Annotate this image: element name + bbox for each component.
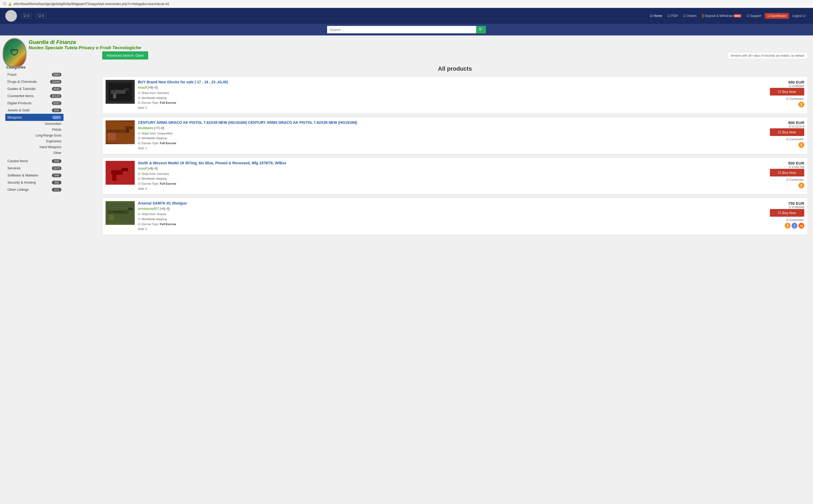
product-image-2 bbox=[106, 120, 135, 144]
currencies-label-1: ☑ Currencies: bbox=[770, 97, 804, 101]
svg-rect-8 bbox=[108, 133, 116, 140]
cat-carded-label: Carded Items bbox=[7, 159, 28, 163]
product-card-2: CENTURY ARMS DRACO AK PISTOL 7.62X39 NEW… bbox=[102, 117, 808, 154]
svg-rect-13 bbox=[121, 168, 128, 171]
crypto-icons-4: ₿ Ξ ɱ bbox=[770, 223, 804, 229]
vendor-notice: Vendors with 30+ days of inactivity are … bbox=[728, 52, 808, 59]
btc-icon-4: ₿ bbox=[785, 223, 791, 229]
product-image-1 bbox=[106, 80, 135, 104]
cat-software-count: 948 bbox=[52, 174, 61, 177]
cat-carded[interactable]: Carded Items 949 bbox=[5, 157, 64, 165]
buy-button-2[interactable]: ☑ Buy Now bbox=[770, 128, 804, 136]
product-price-1: 450 EUR ☑ 0.055587 ☑ Buy Now ☑ Currencie… bbox=[770, 80, 804, 107]
buy-button-4[interactable]: ☑ Buy Now bbox=[770, 209, 804, 217]
nav-logout[interactable]: Logout ☑ bbox=[790, 13, 808, 19]
svg-rect-3 bbox=[113, 94, 116, 98]
product-title-4[interactable]: Arsenal SAM7K-01 Shotgun bbox=[138, 201, 767, 205]
cat-digital-label: Digital Products bbox=[7, 101, 31, 105]
cat-weapons-count: 5247 bbox=[52, 116, 61, 119]
crypto-icons-1: ₿ bbox=[770, 102, 804, 107]
price-btc-2: ☑ 0.111174 bbox=[770, 125, 804, 128]
secure-icon: 🔒 bbox=[8, 2, 12, 6]
currencies-label-4: ☑ Currencies: bbox=[770, 218, 804, 222]
shield-emblem: 🛡 bbox=[10, 48, 19, 58]
orders-icon: ☑ bbox=[683, 14, 686, 18]
price-eur-3: 500 EUR bbox=[770, 161, 804, 165]
cat-jewels-count: 659 bbox=[52, 108, 61, 112]
subcat-pistols[interactable]: Pistols bbox=[5, 127, 64, 133]
cat-fraud-count: 8884 bbox=[52, 73, 61, 76]
svg-point-15 bbox=[117, 171, 119, 174]
subcat-explosives[interactable]: Explosives bbox=[5, 138, 64, 144]
cat-weapons[interactable]: Weapons 5247 bbox=[5, 114, 64, 121]
search-wrap: 🔍 bbox=[327, 26, 486, 33]
cat-security[interactable]: Security & Hosting 365 bbox=[5, 179, 64, 186]
cat-fraud-label: Fraud bbox=[7, 72, 16, 76]
nav-support[interactable]: ☑ Support bbox=[744, 13, 764, 19]
cat-digital-count: 6322 bbox=[52, 101, 61, 105]
cat-security-label: Security & Hosting bbox=[7, 180, 36, 184]
cat-drugs-label: Drugs & Chemicals bbox=[7, 80, 37, 84]
currencies-label-3: ☑ Currencies: bbox=[770, 178, 804, 181]
product-info-3: Smith & Wesson Model 19 357mg, 6in Blue,… bbox=[138, 161, 767, 191]
cat-jewels[interactable]: Jewels & Gold 659 bbox=[5, 107, 64, 114]
crypto-icons-3: ₿ bbox=[770, 183, 804, 188]
svg-point-4 bbox=[113, 90, 115, 92]
cat-guides[interactable]: Guides & Tutorials 4642 bbox=[5, 85, 64, 92]
btc-icon-1: ₿ bbox=[798, 102, 804, 107]
svg-rect-9 bbox=[127, 129, 129, 133]
product-info-2: CENTURY ARMS DRACO AK PISTOL 7.62X39 NEW… bbox=[138, 120, 767, 151]
svg-rect-2 bbox=[124, 88, 129, 90]
cat-services[interactable]: Services 1673 bbox=[5, 165, 64, 172]
subcat-ammunition[interactable]: Ammunition bbox=[5, 121, 64, 127]
subcat-longrange[interactable]: Long-Range Guns bbox=[5, 133, 64, 138]
product-meta-2: ☑Ships from: Unspecified ☑Worldwide ship… bbox=[138, 131, 767, 151]
subcat-hand-weapons[interactable]: Hand Weapons bbox=[5, 144, 64, 150]
search-input[interactable] bbox=[327, 26, 476, 33]
cart-counter-2[interactable]: ☑ 0 bbox=[36, 13, 47, 19]
nav-dashboard[interactable]: ☑ Dashboard bbox=[765, 13, 789, 19]
buy-button-1[interactable]: ☑ Buy Now bbox=[770, 88, 804, 96]
price-btc-4: ☑ 0.092645 bbox=[770, 206, 804, 209]
product-info-4: Arsenal SAM7K-01 Shotgun armshouse007 [+… bbox=[138, 201, 767, 231]
cat-software[interactable]: Software & Malware 948 bbox=[5, 172, 64, 179]
cat-counterfeit[interactable]: Counterfeit Items 39128 bbox=[5, 92, 64, 99]
btc-icon-3: ₿ bbox=[798, 183, 804, 188]
cat-other-listings-label: Other Listings bbox=[7, 188, 29, 192]
pgp-icon: ☑ bbox=[667, 14, 670, 18]
cat-fraud[interactable]: Fraud 8884 bbox=[5, 71, 64, 78]
cat-guides-label: Guides & Tutorials bbox=[7, 87, 35, 91]
logout-icon: ☑ bbox=[803, 14, 806, 18]
home-icon: ☑ bbox=[650, 14, 653, 18]
nav-orders[interactable]: ☑ Orders bbox=[681, 13, 699, 19]
product-title-2[interactable]: CENTURY ARMS DRACO AK PISTOL 7.62X39 NEW… bbox=[138, 120, 767, 125]
subcat-other[interactable]: Other bbox=[5, 150, 64, 156]
svg-rect-19 bbox=[109, 214, 114, 220]
svg-rect-21 bbox=[114, 211, 124, 212]
product-price-3: 500 EUR ☑ 0.061764 ☑ Buy Now ☑ Currencie… bbox=[770, 161, 804, 188]
cart-icon-2: ☑ bbox=[38, 14, 41, 18]
product-seller-1: mrpuff [+8|−0] bbox=[138, 86, 767, 89]
cat-weapons-label: Weapons bbox=[7, 115, 22, 119]
main-wrap: 🛡 Guardia di Finanza Nucleo Speciale Tut… bbox=[0, 35, 813, 241]
cat-other-listings[interactable]: Other Listings 673 bbox=[5, 186, 64, 193]
svg-rect-18 bbox=[128, 208, 133, 210]
new-badge: NEW bbox=[734, 14, 741, 17]
nav-home[interactable]: ☑ Home bbox=[648, 13, 664, 19]
product-seller-4: armshouse007 [+0|−0] bbox=[138, 207, 767, 211]
cat-services-label: Services bbox=[7, 166, 21, 170]
info-icon: ⓘ bbox=[3, 2, 6, 6]
cart-counter-1[interactable]: ☑ 0 bbox=[21, 13, 32, 19]
svg-rect-14 bbox=[112, 175, 116, 181]
product-title-1[interactable]: BUY Brand New Glocks for sale ( 17 , 19 … bbox=[138, 80, 767, 84]
product-meta-3: ☑Ships from: Germany ☑Worldwide shipping… bbox=[138, 171, 767, 191]
cat-drugs[interactable]: Drugs & Chemicals 32698 bbox=[5, 78, 64, 85]
nav-pgp[interactable]: ☑ PGP bbox=[665, 13, 680, 19]
cat-digital[interactable]: Digital Products 6322 bbox=[5, 99, 64, 107]
nav-deposit[interactable]: ₿ Deposit & Withdraw NEW bbox=[700, 12, 743, 19]
buy-button-3[interactable]: ☑ Buy Now bbox=[770, 169, 804, 176]
product-title-3[interactable]: Smith & Wesson Model 19 357mg, 6in Blue,… bbox=[138, 161, 767, 165]
cat-jewels-label: Jewels & Gold bbox=[7, 108, 29, 112]
svg-rect-1 bbox=[111, 90, 125, 94]
search-button[interactable]: 🔍 bbox=[476, 26, 486, 33]
